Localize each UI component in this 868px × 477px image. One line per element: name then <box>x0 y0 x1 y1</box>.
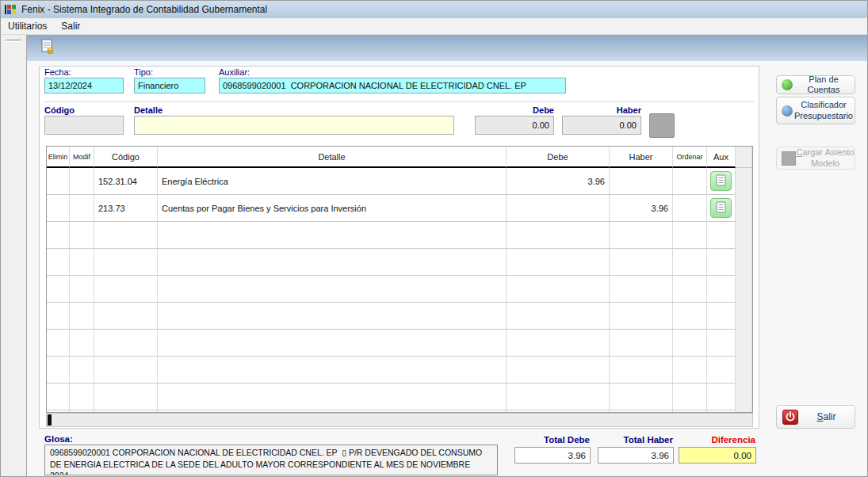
menubar-item-utilitarios[interactable]: Utilitarios <box>1 19 54 33</box>
cell-modif[interactable] <box>70 384 94 410</box>
glosa-textarea[interactable]: 0968599020001 CORPORACION NACIONAL DE EL… <box>44 445 498 475</box>
menubar-item-salir[interactable]: Salir <box>54 19 87 33</box>
hscroll-thumb[interactable] <box>48 414 52 425</box>
vscroll-strip[interactable] <box>736 147 752 168</box>
cell-elimin[interactable] <box>47 222 70 249</box>
cell-scroll-strip[interactable] <box>736 276 752 303</box>
cell-codigo[interactable] <box>94 303 158 330</box>
cell-modif[interactable] <box>70 222 94 249</box>
salir-button[interactable]: Salir <box>776 405 855 429</box>
cell-scroll-strip[interactable] <box>736 168 752 195</box>
cell-haber[interactable] <box>610 384 673 410</box>
cell-elimin[interactable] <box>47 168 70 195</box>
cell-codigo[interactable]: 152.31.04 <box>94 168 158 195</box>
cell-elimin[interactable] <box>47 195 70 222</box>
cell-detalle[interactable] <box>158 384 507 410</box>
cell-detalle[interactable]: Energía Eléctrica <box>158 168 507 195</box>
cargar-asiento-modelo-button[interactable]: Cargar Asiento Modelo <box>776 147 855 170</box>
cell-codigo[interactable] <box>94 276 158 303</box>
cell-scroll-strip[interactable] <box>736 384 752 410</box>
cell-scroll-strip[interactable] <box>736 195 752 222</box>
cell-detalle[interactable] <box>158 357 507 384</box>
table-row[interactable] <box>47 357 752 384</box>
cell-codigo[interactable]: 213.73 <box>94 195 158 222</box>
cell-ordenar[interactable] <box>673 222 707 249</box>
table-row[interactable] <box>47 222 752 249</box>
detalle-input[interactable] <box>134 116 454 135</box>
hscrollbar[interactable] <box>46 413 753 427</box>
cell-elimin[interactable] <box>47 276 70 303</box>
table-row[interactable]: 213.73Cuentas por Pagar Bienes y Servici… <box>47 195 752 222</box>
cell-modif[interactable] <box>70 357 94 384</box>
cell-debe[interactable] <box>507 249 610 276</box>
cell-debe[interactable] <box>507 384 610 410</box>
cell-detalle[interactable] <box>158 330 507 357</box>
cell-detalle[interactable] <box>158 249 507 276</box>
cell-scroll-strip[interactable] <box>736 222 752 249</box>
cell-modif[interactable] <box>70 195 94 222</box>
cell-modif[interactable] <box>70 276 94 303</box>
codigo-input[interactable] <box>44 116 124 135</box>
cell-codigo[interactable] <box>94 357 158 384</box>
cell-haber[interactable] <box>610 249 673 276</box>
cell-ordenar[interactable] <box>673 357 707 384</box>
table-row[interactable] <box>47 249 752 276</box>
cell-debe[interactable] <box>507 195 610 222</box>
cell-codigo[interactable] <box>94 330 158 357</box>
cell-elimin[interactable] <box>47 303 70 330</box>
cell-haber[interactable] <box>610 330 673 357</box>
cell-modif[interactable] <box>70 249 94 276</box>
cell-debe[interactable]: 3.96 <box>507 168 610 195</box>
cell-elimin[interactable] <box>47 249 70 276</box>
cell-debe[interactable] <box>507 330 610 357</box>
fecha-input[interactable] <box>44 78 124 93</box>
table-row[interactable] <box>47 384 752 410</box>
cell-debe[interactable] <box>507 303 610 330</box>
table-row[interactable] <box>47 303 752 330</box>
cell-debe[interactable] <box>507 276 610 303</box>
cell-codigo[interactable] <box>94 249 158 276</box>
table-row[interactable] <box>47 276 752 303</box>
cell-modif[interactable] <box>70 330 94 357</box>
tipo-input[interactable] <box>134 78 205 93</box>
cell-detalle[interactable]: Cuentas por Pagar Bienes y Servicios par… <box>158 195 507 222</box>
splitter-handle[interactable] <box>6 40 21 42</box>
cell-haber[interactable] <box>610 357 673 384</box>
cell-scroll-strip[interactable] <box>736 330 752 357</box>
cell-modif[interactable] <box>70 303 94 330</box>
cell-modif[interactable] <box>70 168 94 195</box>
cell-elimin[interactable] <box>47 357 70 384</box>
cell-ordenar[interactable] <box>673 330 707 357</box>
aux-button[interactable] <box>710 198 732 218</box>
cell-codigo[interactable] <box>94 222 158 249</box>
cell-haber[interactable]: 3.96 <box>610 195 673 222</box>
cell-ordenar[interactable] <box>673 384 707 410</box>
cell-detalle[interactable] <box>158 303 507 330</box>
cell-ordenar[interactable] <box>673 195 707 222</box>
cell-ordenar[interactable] <box>673 276 707 303</box>
auxiliar-input[interactable] <box>219 78 566 93</box>
cell-detalle[interactable] <box>158 276 507 303</box>
cell-debe[interactable] <box>507 222 610 249</box>
aux-button[interactable] <box>710 171 732 191</box>
cell-scroll-strip[interactable] <box>736 249 752 276</box>
clasificador-presupuestario-button[interactable]: Clasificador Presupuestario <box>776 97 855 124</box>
debe-input[interactable] <box>475 116 554 135</box>
table-row[interactable]: 152.31.04Energía Eléctrica3.96 <box>47 168 752 195</box>
cell-detalle[interactable] <box>158 222 507 249</box>
cell-haber[interactable] <box>610 303 673 330</box>
haber-input[interactable] <box>562 116 641 135</box>
cell-ordenar[interactable] <box>673 303 707 330</box>
cell-ordenar[interactable] <box>673 249 707 276</box>
journal-entry-toolbar-button[interactable] <box>37 38 57 58</box>
cell-debe[interactable] <box>507 357 610 384</box>
cell-haber[interactable] <box>610 222 673 249</box>
table-row[interactable] <box>47 330 752 357</box>
cell-haber[interactable] <box>610 276 673 303</box>
cell-scroll-strip[interactable] <box>736 357 752 384</box>
cell-elimin[interactable] <box>47 330 70 357</box>
cell-ordenar[interactable] <box>673 168 707 195</box>
cell-codigo[interactable] <box>94 384 158 410</box>
entry-action-button[interactable] <box>649 113 675 138</box>
cell-scroll-strip[interactable] <box>736 303 752 330</box>
